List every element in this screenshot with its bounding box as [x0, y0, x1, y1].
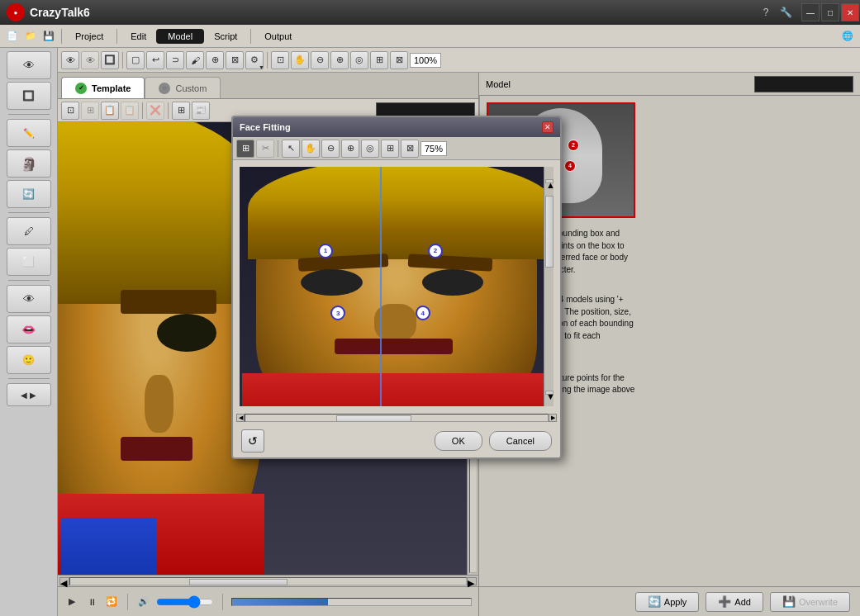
- sidebar-face2-btn[interactable]: 🙂: [7, 346, 51, 374]
- sidebar-eye2-btn[interactable]: 👁: [7, 285, 51, 313]
- menu-edit[interactable]: Edit: [121, 29, 156, 44]
- dialog-v-thumb[interactable]: [545, 196, 554, 268]
- settings-icon[interactable]: 🔧: [777, 4, 794, 21]
- play-button[interactable]: ▶: [64, 595, 79, 609]
- tool-pointer-icon[interactable]: ↩: [146, 51, 164, 69]
- sidebar-arrows-btn[interactable]: ◀ ▶: [7, 383, 51, 406]
- dialog-fit-btn[interactable]: ⊞: [381, 140, 399, 158]
- tool-crop-icon[interactable]: ⊕: [206, 51, 224, 69]
- tool-transform-icon[interactable]: ⊠: [226, 51, 244, 69]
- timeline-track[interactable]: [231, 598, 472, 606]
- h-scrollbar-thumb[interactable]: [189, 579, 288, 585]
- dialog-canvas[interactable]: 1 2 3 4 ▲ ▼: [240, 167, 554, 406]
- dialog-fp-4[interactable]: 4: [416, 306, 430, 320]
- tool-settings-icon[interactable]: ⚙▼: [245, 51, 264, 69]
- sidebar-pen-btn[interactable]: 🖊: [7, 217, 51, 245]
- tool-lasso-icon[interactable]: ⊃: [166, 51, 184, 69]
- dialog-zoom-in-btn[interactable]: ⊕: [341, 140, 359, 158]
- zoom-level: 100%: [410, 53, 441, 68]
- volume-icon[interactable]: 🔊: [136, 595, 151, 609]
- tool-zoom-full-icon[interactable]: ⊞: [370, 51, 388, 69]
- menu-project[interactable]: Project: [65, 29, 113, 44]
- dialog-reset-btn-bottom[interactable]: ↺: [241, 429, 264, 453]
- dialog-add-model-btn[interactable]: ⊞: [236, 140, 254, 158]
- save-icon[interactable]: 💾: [40, 28, 57, 45]
- dialog-h-track[interactable]: [245, 414, 549, 422]
- scroll-left-btn[interactable]: ◀: [59, 577, 69, 585]
- tool-zoom-reset-icon[interactable]: ◎: [350, 51, 368, 69]
- sec-tool-btn-2[interactable]: ⊞: [81, 102, 99, 120]
- tool-eye-icon[interactable]: 👁: [61, 51, 79, 69]
- dialog-fp-2[interactable]: 2: [428, 244, 443, 258]
- pause-button[interactable]: ⏸: [84, 595, 99, 609]
- sec-tool-btn-3[interactable]: 📋: [101, 102, 119, 120]
- sec-tool-btn-5[interactable]: ❌: [146, 102, 164, 120]
- tool-eye2-icon[interactable]: 👁: [81, 51, 99, 69]
- help-icon[interactable]: ?: [758, 4, 774, 21]
- dialog-h-scrollbar[interactable]: ◀ ▶: [236, 413, 557, 423]
- add-button[interactable]: ➕ Add: [706, 592, 763, 612]
- dialog-scroll-right[interactable]: ▶: [549, 414, 557, 422]
- sec-sep-2: [168, 102, 169, 119]
- apply-button[interactable]: 🔄 Apply: [635, 592, 700, 612]
- sec-sep-1: [142, 102, 143, 119]
- horizontal-scrollbar[interactable]: ◀ ▶: [58, 575, 478, 586]
- volume-slider[interactable]: [156, 597, 214, 607]
- sidebar-transform-btn[interactable]: 🔄: [7, 180, 51, 208]
- tool-zoom-out-icon[interactable]: ⊖: [311, 51, 329, 69]
- dialog-reset-btn[interactable]: ◎: [361, 140, 379, 158]
- tool-fit-icon[interactable]: ⊡: [271, 51, 289, 69]
- overwrite-button: 💾 Overwrite: [770, 592, 850, 612]
- sidebar-edit-face-btn[interactable]: ✏️: [7, 119, 51, 147]
- dialog-scroll-left[interactable]: ◀: [236, 414, 245, 422]
- tool-zoom-in-icon[interactable]: ⊕: [330, 51, 349, 69]
- sec-tool-btn-4[interactable]: 📋: [121, 102, 139, 120]
- menu-output[interactable]: Output: [254, 29, 302, 44]
- open-icon[interactable]: 📁: [22, 28, 39, 45]
- globe-icon[interactable]: 🌐: [839, 28, 856, 45]
- dialog-title: Face Fitting: [240, 122, 291, 132]
- dialog-scroll-up[interactable]: ▲: [545, 179, 554, 183]
- preview-fp-2[interactable]: 2: [568, 140, 579, 151]
- dialog-cancel-button[interactable]: Cancel: [489, 431, 552, 451]
- menu-script[interactable]: Script: [204, 29, 247, 44]
- sec-tool-btn-7[interactable]: 📰: [192, 102, 210, 120]
- dialog-scroll-down[interactable]: ▼: [545, 391, 554, 395]
- playback-sep-1: [127, 594, 128, 610]
- close-button[interactable]: ✕: [841, 3, 859, 21]
- dialog-fp-1[interactable]: 1: [318, 244, 333, 258]
- scroll-right-btn[interactable]: ▶: [467, 577, 477, 585]
- sec-tool-btn-6[interactable]: ⊞: [172, 102, 190, 120]
- minimize-button[interactable]: —: [801, 3, 820, 21]
- tool-more-icon[interactable]: ⊠: [390, 51, 408, 69]
- add-label: Add: [734, 597, 751, 607]
- dialog-h-thumb[interactable]: [336, 415, 412, 422]
- dialog-delete-btn[interactable]: ✂: [256, 140, 274, 158]
- maximize-button[interactable]: □: [821, 3, 839, 21]
- tool-select-icon[interactable]: ▢: [126, 51, 145, 69]
- stop-button[interactable]: 🔁: [104, 595, 119, 609]
- tool-hand-icon[interactable]: ✋: [291, 51, 309, 69]
- sidebar-head-btn[interactable]: 🗿: [7, 149, 51, 178]
- tool-paint-icon[interactable]: 🖌: [186, 51, 204, 69]
- new-icon[interactable]: 📄: [4, 28, 21, 45]
- sidebar-mask-btn[interactable]: ⬜: [7, 248, 51, 276]
- dialog-pointer-btn[interactable]: ↖: [282, 140, 300, 158]
- dialog-zoom-out-btn[interactable]: ⊖: [321, 140, 340, 158]
- tab-template[interactable]: ✓ Template: [61, 77, 145, 98]
- sidebar-face-btn[interactable]: 🔲: [7, 82, 51, 110]
- model-name-field[interactable]: [754, 76, 853, 92]
- dialog-mirror-btn[interactable]: ⊠: [401, 140, 419, 158]
- sidebar-eye-btn[interactable]: 👁: [7, 51, 51, 79]
- sec-tool-btn-1[interactable]: ⊡: [61, 102, 79, 120]
- dialog-hand-btn[interactable]: ✋: [302, 140, 320, 158]
- preview-fp-4[interactable]: 4: [564, 160, 576, 172]
- dialog-close-button[interactable]: ✕: [542, 121, 554, 133]
- sidebar-mouth-btn[interactable]: 👄: [7, 315, 51, 344]
- dialog-ok-button[interactable]: OK: [435, 431, 482, 451]
- tool-eye3-icon[interactable]: 🔲: [101, 51, 119, 69]
- menu-model[interactable]: Model: [156, 29, 204, 44]
- h-scrollbar-track[interactable]: [69, 577, 467, 585]
- dialog-v-scrollbar[interactable]: ▲ ▼: [544, 167, 554, 406]
- tab-custom[interactable]: ○ Custom: [145, 77, 221, 98]
